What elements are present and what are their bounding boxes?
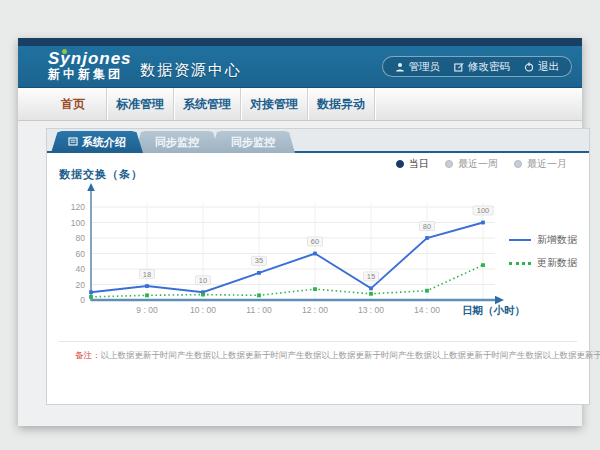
nav-item-home[interactable]: 首页 [40, 88, 107, 120]
footer-note: 备注：以上数据更新于时间产生数据以上数据更新于时间产生数据以上数据更新于时间产生… [75, 350, 600, 362]
radio-icon [445, 160, 453, 168]
legend-item-update-data[interactable]: 更新数据 [509, 256, 577, 270]
user-button[interactable]: 管理员 [395, 60, 441, 74]
radio-icon [514, 160, 522, 168]
content-area: 系统介绍 同步监控 同步监控 当日 [18, 122, 582, 426]
tab-bar: 系统介绍 同步监控 同步监控 [47, 129, 589, 153]
svg-text:80: 80 [423, 222, 431, 231]
svg-text:15: 15 [367, 272, 375, 281]
nav-item-data-change[interactable]: 数据异动 [308, 88, 375, 120]
note-text: 以上数据更新于时间产生数据以上数据更新于时间产生数据以上数据更新于时间产生数据以… [101, 350, 600, 360]
svg-text:14 : 00: 14 : 00 [414, 305, 440, 315]
svg-text:100: 100 [71, 218, 85, 228]
brand-name: Synjones [48, 50, 132, 67]
logout-button[interactable]: 退出 [524, 60, 559, 74]
svg-text:11 : 00: 11 : 00 [246, 305, 272, 315]
filter-option-today[interactable]: 当日 [396, 157, 429, 171]
svg-text:80: 80 [76, 233, 86, 243]
y-axis-title: 数据交换（条） [59, 167, 143, 182]
svg-text:40: 40 [76, 264, 86, 274]
svg-text:9 : 00: 9 : 00 [136, 305, 158, 315]
page-title: 数据资源中心 [140, 61, 242, 80]
document-icon [68, 137, 78, 147]
dotted-line-swatch-icon [509, 262, 531, 265]
legend-item-new-data[interactable]: 新增数据 [509, 233, 577, 247]
edit-icon [454, 62, 464, 72]
content-card: 系统介绍 同步监控 同步监控 当日 [46, 128, 590, 405]
svg-text:10: 10 [199, 276, 207, 285]
tab-sync-monitor-1[interactable]: 同步监控 [135, 131, 219, 153]
time-range-filters: 当日 最近一周 最近一月 [396, 157, 567, 171]
tab-sync-monitor-2[interactable]: 同步监控 [211, 131, 295, 153]
svg-text:60: 60 [311, 237, 319, 246]
svg-text:60: 60 [76, 249, 86, 259]
radio-selected-icon [396, 160, 404, 168]
svg-text:13 : 00: 13 : 00 [358, 305, 384, 315]
svg-text:18: 18 [143, 270, 151, 279]
main-nav: 首页 标准管理 系统管理 对接管理 数据异动 [18, 88, 582, 121]
logo-accent-dot-icon [62, 49, 67, 54]
chart-panel: 当日 最近一周 最近一月 数据交换（条） 0204060801001209 : … [47, 153, 589, 404]
solid-line-swatch-icon [509, 239, 531, 241]
svg-text:0: 0 [80, 295, 85, 305]
user-toolbar: 管理员 修改密码 退出 [382, 56, 573, 77]
user-icon [395, 62, 405, 72]
svg-text:120: 120 [71, 202, 85, 212]
app-window: Synjones 新中新集团 数据资源中心 管理员 [18, 38, 582, 426]
nav-item-interface-mgmt[interactable]: 对接管理 [241, 88, 308, 120]
filter-option-last-month[interactable]: 最近一月 [514, 157, 567, 171]
svg-text:10 : 00: 10 : 00 [190, 305, 216, 315]
svg-text:日期（小时）: 日期（小时） [462, 304, 525, 317]
filter-option-last-week[interactable]: 最近一周 [445, 157, 498, 171]
nav-item-standard-mgmt[interactable]: 标准管理 [107, 88, 174, 120]
nav-item-system-mgmt[interactable]: 系统管理 [174, 88, 241, 120]
window-top-strip [18, 38, 582, 46]
page-background: Synjones 新中新集团 数据资源中心 管理员 [0, 0, 600, 450]
chart-legend: 新增数据 更新数据 [509, 233, 577, 270]
svg-text:35: 35 [255, 256, 263, 265]
brand-company: 新中新集团 [48, 67, 132, 82]
app-header: Synjones 新中新集团 数据资源中心 管理员 [18, 46, 582, 88]
horizontal-divider [59, 341, 577, 342]
power-icon [524, 62, 534, 72]
svg-text:12 : 00: 12 : 00 [302, 305, 328, 315]
change-password-button[interactable]: 修改密码 [454, 60, 510, 74]
svg-text:100: 100 [477, 206, 490, 215]
tab-system-intro[interactable]: 系统介绍 [51, 131, 143, 153]
note-label: 备注： [75, 350, 101, 360]
svg-text:20: 20 [76, 280, 86, 290]
brand-logo: Synjones 新中新集团 [48, 50, 132, 82]
